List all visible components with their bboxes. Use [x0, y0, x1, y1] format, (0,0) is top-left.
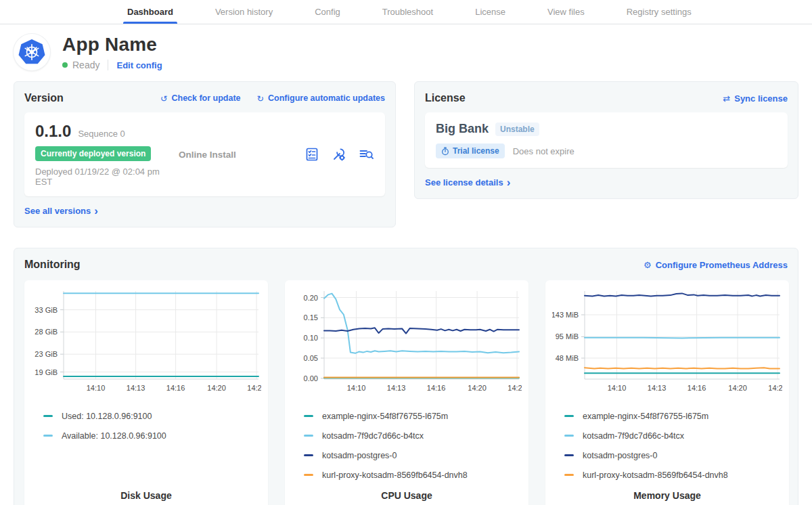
trial-license-badge: Trial license — [436, 144, 505, 158]
legend-dash-icon — [564, 474, 574, 476]
svg-text:14:16: 14:16 — [687, 384, 706, 392]
configure-auto-updates-button[interactable]: ↻ Configure automatic updates — [257, 93, 385, 104]
legend-item: example-nginx-54f8f76755-l675m — [304, 406, 522, 426]
version-number: 0.1.0 — [35, 122, 71, 141]
divider — [108, 60, 108, 70]
legend-label: kotsadm-postgres-0 — [583, 451, 657, 460]
sync-license-button[interactable]: ⇄ Sync license — [723, 93, 788, 104]
legend-label: kotsadm-7f9dc7d66c-b4tcx — [322, 431, 424, 441]
deployed-timestamp: Deployed 01/19/22 @ 02:04 pm EST — [35, 167, 179, 187]
legend-dash-icon — [304, 474, 313, 476]
license-panel-title: License — [425, 92, 466, 104]
legend-dash-icon — [564, 435, 574, 437]
deployed-badge: Currently deployed version — [35, 146, 151, 161]
page-title: App Name — [62, 34, 162, 56]
app-logo — [14, 34, 50, 70]
legend-label: kurl-proxy-kotsadm-8569fb6454-dnvh8 — [322, 470, 468, 480]
svg-text:0.15: 0.15 — [304, 313, 318, 322]
svg-text:14:13: 14:13 — [648, 384, 667, 392]
legend-item: example-nginx-54f8f76755-l675m — [564, 406, 782, 426]
see-all-versions-link[interactable]: See all versions › — [24, 205, 385, 217]
legend-item: kotsadm-7f9dc7d66c-b4tcx — [304, 426, 522, 445]
legend-dash-icon — [564, 415, 574, 417]
monitoring-charts: 19 GiB23 GiB28 GiB33 GiB14:1014:1314:161… — [24, 280, 788, 505]
see-license-details-link[interactable]: See license details › — [425, 177, 788, 188]
svg-text:14:10: 14:10 — [347, 384, 366, 392]
chart-title: CPU Usage — [292, 490, 522, 502]
status-dot — [62, 62, 68, 68]
svg-text:95 MiB: 95 MiB — [556, 332, 579, 341]
line-chart: 0.000.050.100.150.2014:1014:1314:1614:20… — [292, 287, 522, 399]
tab-view-files[interactable]: View files — [541, 0, 591, 24]
tab-version-history[interactable]: Version history — [208, 0, 279, 24]
svg-text:14:20: 14:20 — [207, 384, 226, 392]
chart-title: Disk Usage — [31, 490, 261, 502]
legend-dash-icon — [43, 415, 53, 417]
sync-license-label: Sync license — [734, 93, 788, 104]
chart-card: 0.000.050.100.150.2014:1014:1314:1614:20… — [285, 280, 528, 505]
svg-text:28 GiB: 28 GiB — [35, 328, 58, 336]
edit-config-icon[interactable] — [331, 146, 347, 162]
check-for-update-button[interactable]: ↺ Check for update — [160, 93, 241, 104]
chevron-right-icon: › — [507, 177, 511, 188]
legend-item: kotsadm-7f9dc7d66c-b4tcx — [564, 426, 782, 445]
stopwatch-icon — [441, 147, 449, 156]
svg-text:14:13: 14:13 — [127, 384, 145, 392]
chart-card: 19 GiB23 GiB28 GiB33 GiB14:1014:1314:161… — [24, 280, 268, 505]
license-name: Big Bank — [436, 122, 489, 136]
status-text: Ready — [72, 60, 99, 70]
legend-item: kotsadm-postgres-0 — [304, 445, 522, 465]
configure-prometheus-button[interactable]: ⚙ Configure Prometheus Address — [644, 260, 788, 270]
legend-dash-icon — [304, 435, 313, 437]
line-chart: 19 GiB23 GiB28 GiB33 GiB14:1014:1314:161… — [31, 287, 261, 399]
edit-config-link[interactable]: Edit config — [116, 60, 162, 70]
svg-text:143 MiB: 143 MiB — [552, 311, 579, 319]
legend-label: example-nginx-54f8f76755-l675m — [583, 412, 708, 421]
legend-label: kotsadm-postgres-0 — [322, 451, 397, 460]
current-version-card: 0.1.0 Sequence 0 Currently deployed vers… — [24, 112, 385, 196]
legend-dash-icon — [43, 435, 53, 437]
legend-dash-icon — [304, 415, 313, 417]
sequence-label: Sequence 0 — [78, 129, 125, 139]
svg-text:0.20: 0.20 — [304, 294, 318, 302]
legend-item: kotsadm-postgres-0 — [564, 445, 782, 465]
svg-text:14:20: 14:20 — [468, 384, 487, 392]
legend-item: kurl-proxy-kotsadm-8569fb6454-dnvh8 — [304, 465, 522, 485]
svg-text:33 GiB: 33 GiB — [35, 306, 58, 314]
svg-text:14:10: 14:10 — [87, 384, 106, 392]
tab-troubleshoot[interactable]: Troubleshoot — [376, 0, 440, 24]
svg-text:0.05: 0.05 — [304, 354, 318, 362]
chart-legend: Used: 10.128.0.96:9100Available: 10.128.… — [31, 406, 261, 445]
see-all-versions-label: See all versions — [24, 206, 91, 216]
svg-text:14:16: 14:16 — [166, 384, 185, 392]
view-logs-icon[interactable] — [358, 146, 374, 162]
trial-license-label: Trial license — [453, 146, 499, 156]
legend-item: kurl-proxy-kotsadm-8569fb6454-dnvh8 — [564, 465, 782, 485]
monitoring-title: Monitoring — [24, 259, 81, 271]
svg-text:14:23: 14:23 — [247, 384, 261, 392]
tab-dashboard[interactable]: Dashboard — [120, 0, 180, 24]
schedule-update-icon: ↻ — [257, 93, 264, 104]
sync-icon: ⇄ — [723, 93, 730, 104]
version-panel: Version ↺ Check for update ↻ Configure a… — [14, 81, 396, 227]
tab-registry-settings[interactable]: Registry settings — [620, 0, 698, 24]
chart-title: Memory Usage — [552, 490, 782, 502]
chart-legend: example-nginx-54f8f76755-l675mkotsadm-7f… — [292, 406, 522, 485]
legend-label: Available: 10.128.0.96:9100 — [62, 431, 166, 441]
svg-text:14:16: 14:16 — [427, 384, 446, 392]
svg-text:14:10: 14:10 — [608, 384, 627, 392]
refresh-icon: ↺ — [160, 93, 167, 104]
configure-auto-updates-label: Configure automatic updates — [268, 93, 385, 103]
preflight-checks-icon[interactable] — [304, 146, 320, 162]
chart-card: 48 MiB95 MiB143 MiB14:1014:1314:1614:201… — [545, 280, 789, 505]
monitoring-panel: Monitoring ⚙ Configure Prometheus Addres… — [14, 248, 798, 505]
see-license-details-label: See license details — [425, 177, 503, 188]
line-chart: 48 MiB95 MiB143 MiB14:1014:1314:1614:201… — [552, 287, 782, 399]
chart-legend: example-nginx-54f8f76755-l675mkotsadm-7f… — [552, 406, 782, 485]
tab-license[interactable]: License — [468, 0, 512, 24]
svg-text:48 MiB: 48 MiB — [556, 354, 579, 362]
legend-dash-icon — [564, 454, 574, 456]
svg-text:14:23: 14:23 — [768, 384, 782, 392]
license-expiry: Does not expire — [513, 146, 574, 156]
tab-config[interactable]: Config — [308, 0, 347, 24]
